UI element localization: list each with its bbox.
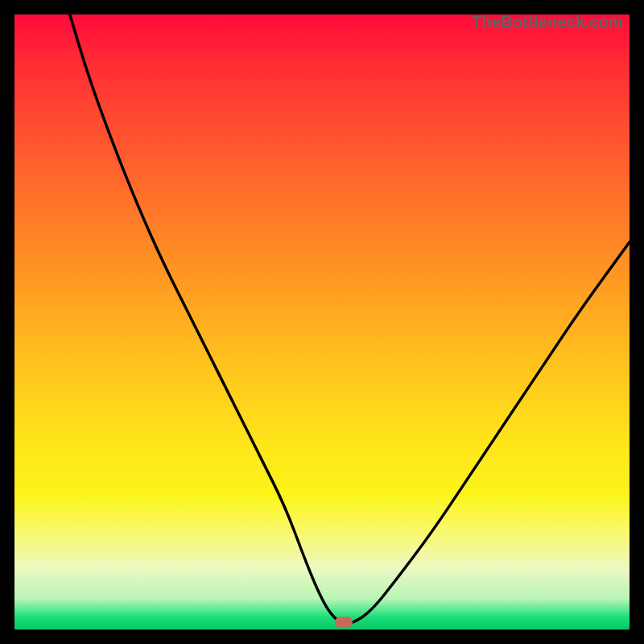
- optimum-marker: [335, 617, 353, 628]
- chart-plot-area: TheBottleneck.com: [14, 14, 630, 630]
- bottleneck-curve: [14, 14, 630, 630]
- bottleneck-curve-path: [70, 14, 630, 623]
- chart-frame: TheBottleneck.com: [0, 0, 644, 644]
